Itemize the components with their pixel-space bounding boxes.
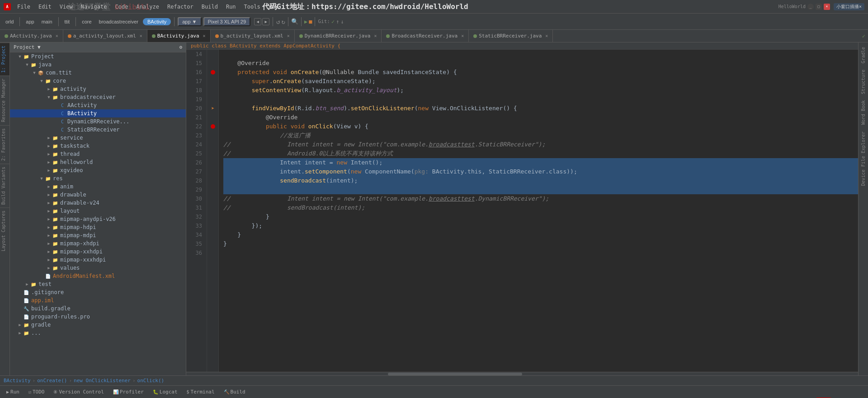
tree-item-drawablev24[interactable]: ▶ 📁 drawable-v24 <box>10 199 186 207</box>
undo-icon[interactable]: ↺ <box>276 18 280 25</box>
bottom-tab-logcat[interactable]: 🐛 Logcat <box>149 388 181 396</box>
breadcrumb-oncreate[interactable]: onCreate() <box>37 378 67 384</box>
right-tab-devicefile[interactable]: Device File Explorer <box>860 130 867 187</box>
tree-item-dynamicbr[interactable]: C DynamicBRReceive... <box>10 117 186 126</box>
tree-item-java[interactable]: ▼ 📁 java <box>10 61 186 69</box>
tree-item-mipmap-mdpi[interactable]: ▶ 📁 mipmap-mdpi <box>10 231 186 239</box>
lv-tab-resource[interactable]: Resource Manager <box>0 75 9 125</box>
lv-tab-buildvariants[interactable]: Build Variants <box>0 164 9 207</box>
menu-item-navigate[interactable]: Navigate <box>77 3 111 11</box>
tab-bactivity[interactable]: BActivity.java × <box>147 30 211 42</box>
menu-item-analyze[interactable]: Analyze <box>132 3 163 11</box>
right-tab-gradle[interactable]: Gradle <box>860 45 867 65</box>
tree-item-mipmap-xxxhdpi[interactable]: ▶ 📁 mipmap-xxxhdpi <box>10 256 186 264</box>
menu-item-view[interactable]: View <box>56 3 76 11</box>
horizontal-scrollbar[interactable] <box>186 372 858 375</box>
menu-item-refactor[interactable]: Refactor <box>164 3 197 11</box>
bottom-tab-vcs[interactable]: ⑧ Version Control <box>50 388 107 396</box>
tree-item-aactivity[interactable]: C AActivity <box>10 101 186 109</box>
tree-item-service[interactable]: ▶ 📁 service <box>10 134 186 142</box>
lv-tab-layoutcaptures[interactable]: Layout Captures <box>0 207 9 254</box>
tab-dynamicbr[interactable]: DynamicBRReceiver.java × <box>295 30 382 42</box>
tab-close-icon[interactable]: × <box>461 33 464 38</box>
tree-item-drawable[interactable]: ▶ 📁 drawable <box>10 191 186 199</box>
menu-item-tools[interactable]: Tools <box>241 3 264 11</box>
tab-alayout[interactable]: a_activity_layout.xml × <box>63 30 147 42</box>
run-icon[interactable]: ▶ <box>304 19 307 25</box>
tree-item-buildgradle[interactable]: 🔧 build.gradle <box>10 304 186 313</box>
tree-item-bactivity[interactable]: C BActivity <box>10 109 186 117</box>
bottom-tab-terminal[interactable]: $ Terminal <box>183 388 218 396</box>
tree-item-res[interactable]: ▼ 📁 res <box>10 174 186 183</box>
tree-item-appiml[interactable]: 📄 app.iml <box>10 296 186 304</box>
breadcrumb-listener[interactable]: new OnClickListener <box>74 378 131 384</box>
tree-item-gitignore[interactable]: 📄 .gitignore <box>10 288 186 296</box>
tree-item-project-root[interactable]: ▼ 📁 Project <box>10 52 186 61</box>
breadcrumb-onclick[interactable]: onClick() <box>137 378 165 384</box>
tree-item-comttit[interactable]: ▼ 📦 com.ttit <box>10 69 186 77</box>
redo-icon[interactable]: ↻ <box>282 18 285 25</box>
toolbar-ttit-btn[interactable]: ttit <box>62 18 73 25</box>
bottom-tab-todo[interactable]: ☑ TODO <box>25 388 48 396</box>
tree-item-thread[interactable]: ▶ 📁 thread <box>10 150 186 158</box>
tree-item-layout[interactable]: ▶ 📁 layout <box>10 207 186 215</box>
tree-item-anim[interactable]: ▶ 📁 anim <box>10 183 186 191</box>
code-area[interactable]: 14 15 16 17 18 19 20 21 22 23 24 25 26 2… <box>186 50 858 372</box>
toolbar-device-btn[interactable]: Pixel 3 XL API 29 <box>203 17 251 26</box>
tree-item-broadcastreceiver[interactable]: ▼ 📁 broadcastreceiver <box>10 93 186 101</box>
lv-tab-project[interactable]: 1: Project <box>0 42 9 75</box>
tree-item-staticbr[interactable]: C StaticBRReceiver <box>10 126 186 134</box>
menu-item-edit[interactable]: Edit <box>35 3 55 11</box>
tree-item-mipmap-anydpi[interactable]: ▶ 📁 mipmap-anydpi-v26 <box>10 215 186 223</box>
bottom-tab-run[interactable]: ▶ Run <box>3 388 23 396</box>
tree-item-manifest[interactable]: 📄 AndroidManifest.xml <box>10 272 186 280</box>
menu-item-build[interactable]: Build <box>198 3 222 11</box>
toolbar-core-btn[interactable]: core <box>79 18 94 25</box>
bottom-tab-profiler[interactable]: 📊 Profiler <box>109 388 147 396</box>
toolbar-app-drop-btn[interactable]: app ▼ <box>178 17 201 26</box>
search-icon[interactable]: 🔍 <box>291 18 298 25</box>
right-tab-wordbook[interactable]: Word Book <box>860 98 867 126</box>
tab-close-icon[interactable]: × <box>140 33 142 38</box>
tree-item-mipmap-xhdpi[interactable]: ▶ 📁 mipmap-xhdpi <box>10 239 186 248</box>
bottom-tab-build[interactable]: 🔨 Build <box>220 388 249 396</box>
tree-item-xgvideo[interactable]: ▶ 📁 xgvideo <box>10 166 186 174</box>
breadcrumb-bactivity[interactable]: BActivity <box>4 378 31 384</box>
git-icon[interactable]: Git: <box>318 19 330 24</box>
toolbar-app-btn[interactable]: app <box>23 18 37 25</box>
tab-blayout[interactable]: b_activity_layout.xml × <box>211 30 295 42</box>
menu-item-run[interactable]: Run <box>222 3 240 11</box>
right-tab-structure[interactable]: Structure <box>860 68 867 96</box>
tab-close-icon[interactable]: × <box>203 33 206 38</box>
tab-close-icon[interactable]: × <box>287 33 290 38</box>
toolbar-bactivity-btn[interactable]: BActivity <box>143 18 171 25</box>
lv-tab-favorites[interactable]: 2: Favorites <box>0 125 9 164</box>
code-editor[interactable]: public class BActivity extends AppCompat… <box>186 42 858 375</box>
toolbar-world-btn[interactable]: orld <box>3 18 16 25</box>
tree-item-test[interactable]: ▶ 📁 test <box>10 280 186 288</box>
tab-close-icon[interactable]: × <box>56 33 58 38</box>
tree-item-proguard[interactable]: 📄 proguard-rules.pro <box>10 313 186 321</box>
tree-settings-icon[interactable]: ⚙ <box>179 44 182 50</box>
toolbar-broadcast-btn[interactable]: broadcastreceiver <box>96 18 141 25</box>
tab-close-icon[interactable]: × <box>545 33 548 38</box>
tree-item-mipmap-xxhdpi[interactable]: ▶ 📁 mipmap-xxhdpi <box>10 248 186 256</box>
menu-item-file[interactable]: File <box>14 3 34 11</box>
stop-icon[interactable]: ■ <box>309 19 312 25</box>
tree-item-gradle[interactable]: ▶ 📁 gradle <box>10 321 186 329</box>
tab-aactivity[interactable]: AActivity.java × <box>0 30 63 42</box>
tab-broadcastreceiver[interactable]: BroadcastReceiver.java × <box>382 30 469 42</box>
tab-staticbr[interactable]: StaticBRReceiver.java × <box>469 30 553 42</box>
tree-item-mipmap-hdpi[interactable]: ▶ 📁 mipmap-hdpi <box>10 223 186 231</box>
tab-close-icon[interactable]: × <box>374 33 377 38</box>
tree-item-taskstack[interactable]: ▶ 📁 taskstack <box>10 142 186 150</box>
toolbar-main-btn[interactable]: main <box>39 18 55 25</box>
tree-item-extra[interactable]: ▶ 📁 ... <box>10 329 186 337</box>
tree-item-helloworld[interactable]: ▶ 📁 helloworld <box>10 158 186 166</box>
menu-item-code[interactable]: Code <box>112 3 132 11</box>
tree-item-core[interactable]: ▼ 📁 core <box>10 77 186 85</box>
code-content[interactable]: @Override protected void onCreate(@Nulla… <box>219 50 858 372</box>
tree-item-activity[interactable]: ▶ 📁 activity <box>10 85 186 93</box>
tree-item-values[interactable]: ▶ 📁 values <box>10 264 186 272</box>
menu-item-vcs[interactable]: VCS <box>265 3 282 11</box>
